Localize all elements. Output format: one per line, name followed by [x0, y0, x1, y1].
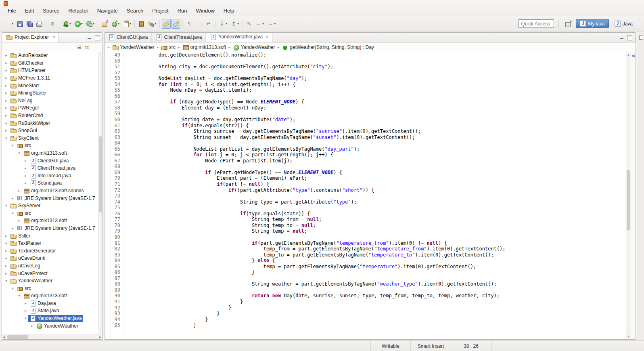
run-dropdown-arrow[interactable]: ▾ — [81, 22, 83, 25]
code-line[interactable]: if (nDay.getNodeType() == Node.ELEMENT_N… — [123, 99, 626, 105]
twistie-icon[interactable]: ▸ — [4, 99, 9, 103]
tree-item[interactable]: ▸uCaveDrunk — [2, 254, 98, 262]
code-line[interactable]: String city = doc.getDocumentElement().g… — [123, 64, 626, 70]
breadcrumb-arrow-icon[interactable]: ▸ — [227, 45, 232, 49]
code-line[interactable]: } — [123, 269, 626, 275]
twistie-icon[interactable]: ▸ — [23, 301, 28, 305]
perspective-myjava-button[interactable]: MyJava — [576, 19, 608, 28]
twistie-icon[interactable]: ▸ — [4, 271, 9, 275]
code-line[interactable]: if(part != null) { — [123, 181, 626, 187]
twistie-icon[interactable]: ▾ — [4, 279, 9, 283]
code-line[interactable]: NodeList partList = day.getElementsByTag… — [123, 146, 626, 152]
menu-item-edit[interactable]: Edit — [21, 6, 38, 15]
code-line[interactable] — [123, 287, 626, 293]
twistie-icon[interactable]: ▸ — [4, 91, 9, 95]
tree-item[interactable]: ▸Day.java — [2, 300, 98, 307]
save-button[interactable] — [15, 19, 24, 29]
word-wrap-button[interactable]: ↵ — [204, 19, 213, 29]
new-java-class-dropdown-arrow[interactable]: ▾ — [118, 22, 119, 25]
twistie-icon[interactable]: ▾ — [4, 204, 9, 208]
code-line[interactable]: Node nDay = dayList.item(i); — [123, 87, 626, 93]
tree-item[interactable]: ▸InfoThread.java — [2, 172, 98, 180]
minimize-editor-button[interactable] — [618, 34, 625, 41]
twistie-icon[interactable]: ▸ — [23, 166, 28, 170]
twistie-icon[interactable]: ▸ — [4, 121, 9, 125]
code-line[interactable]: String temp_to = null; — [123, 223, 626, 229]
maximize-editor-button[interactable] — [625, 34, 633, 41]
code-line[interactable]: doc.getDocumentElement().normalize(); — [123, 52, 626, 58]
code-line[interactable]: } — [123, 322, 626, 328]
tree-item[interactable]: ▸RouterCmd — [2, 112, 98, 120]
scroll-down-icon[interactable]: ▼ — [627, 334, 630, 338]
forward-dropdown-arrow[interactable]: ▾ — [274, 22, 276, 25]
tree-item[interactable]: ▸JRE System Library [JavaSE-1.7 — [2, 225, 98, 232]
tree-item[interactable]: ▸TextParser — [2, 240, 98, 247]
tree-item[interactable]: ▸YandexWeather — [2, 322, 98, 330]
twistie-icon[interactable]: ▸ — [23, 309, 28, 313]
twistie-icon[interactable]: ▸ — [4, 241, 9, 245]
new-java-class-button[interactable]: ▾ — [110, 19, 121, 29]
code-line[interactable]: } — [123, 305, 626, 311]
code-line[interactable] — [123, 275, 626, 282]
twistie-icon[interactable]: ▾ — [10, 286, 15, 290]
tree-item[interactable]: ▸TextureGenerator — [2, 247, 98, 254]
back-button[interactable]: ←▾ — [254, 19, 265, 29]
new-task-button[interactable]: ▾ — [121, 19, 132, 29]
code-line[interactable]: if (ePart.getNodeType() == Node.ELEMENT_… — [123, 170, 626, 176]
collapse-all-button[interactable]: ⊟ — [75, 44, 83, 51]
tree-item[interactable]: ▸MiningStarter — [2, 89, 98, 97]
tree-item[interactable]: ▸HTMLParser — [2, 67, 98, 74]
tree-item[interactable]: ▸GiftChecker — [2, 59, 98, 67]
menu-item-help[interactable]: Help — [219, 6, 239, 15]
twistie-icon[interactable]: ▸ — [23, 174, 28, 178]
editor-tab[interactable]: ClientThread.java — [152, 32, 206, 42]
close-view-icon[interactable]: × — [52, 35, 55, 40]
twistie-icon[interactable]: ▸ — [10, 226, 15, 230]
twistie-icon[interactable]: ▸ — [4, 106, 9, 110]
previous-annotation-button[interactable]: ↥▾ — [229, 19, 240, 29]
twistie-icon[interactable]: ▸ — [4, 53, 9, 57]
minimize-view-button[interactable] — [86, 34, 93, 41]
search-button[interactable]: ▾ — [146, 19, 157, 29]
twistie-icon[interactable]: ▸ — [23, 181, 28, 185]
breadcrumb-arrow-icon[interactable]: ▸ — [106, 45, 111, 49]
twistie-icon[interactable]: ▸ — [4, 249, 9, 253]
debug-button[interactable]: ▾ — [61, 19, 72, 29]
code-line[interactable]: String temp = null; — [123, 228, 626, 234]
tree-item[interactable]: ▸MineStart — [2, 82, 98, 89]
debug-dropdown-arrow[interactable]: ▾ — [69, 22, 71, 25]
twistie-icon[interactable]: ▾ — [4, 136, 9, 140]
code-line[interactable]: } — [123, 299, 626, 305]
forward-button[interactable]: →▾ — [266, 19, 277, 29]
menu-item-project[interactable]: Project — [148, 6, 173, 15]
code-line[interactable]: String weather = part.getElementsByTagNa… — [123, 281, 626, 287]
breadcrumb-item[interactable]: src — [160, 44, 176, 51]
twistie-icon[interactable]: ▾ — [17, 294, 22, 298]
run-external-button[interactable]: ▾ — [85, 19, 96, 29]
tab-close-icon[interactable]: × — [266, 35, 268, 39]
tree-item[interactable]: ▾org.mik1313.soft — [2, 292, 98, 300]
explorer-vertical-scrollbar[interactable] — [98, 52, 102, 334]
explorer-horizontal-scrollbar[interactable]: ◀ ▶ — [2, 334, 102, 339]
twistie-icon[interactable]: ▸ — [17, 189, 22, 193]
scroll-right-icon[interactable]: ▶ — [99, 335, 101, 339]
new-wizard-button[interactable]: ▾ — [4, 19, 15, 29]
code-line[interactable] — [123, 234, 626, 240]
tree-item[interactable]: ▸MCFree 1.3.11 — [2, 74, 98, 82]
tree-item[interactable]: ▸AutoReloader — [2, 52, 98, 59]
menu-item-window[interactable]: Window — [192, 6, 219, 15]
code-line[interactable]: } — [123, 317, 626, 323]
code-line[interactable]: Node ePart = partList.item(j); — [123, 158, 626, 164]
twistie-icon[interactable]: ▸ — [23, 159, 28, 163]
breadcrumb-item[interactable]: YandexWeather — [111, 44, 155, 51]
breadcrumb-arrow-icon[interactable]: ▸ — [276, 45, 281, 49]
tree-item[interactable]: ▾YandexWeather.java — [2, 315, 98, 322]
last-edit-location-button[interactable]: ✎ — [245, 19, 253, 29]
code-line[interactable] — [123, 70, 626, 76]
code-line[interactable]: for (int i = 0; i < dayList.getLength();… — [123, 82, 626, 88]
twistie-icon[interactable]: ▸ — [4, 84, 9, 88]
twistie-icon[interactable]: ▸ — [4, 113, 9, 118]
code-line[interactable]: if(type.equals(state)) { — [123, 211, 626, 217]
editor-tab[interactable]: ClientGUI.java — [105, 32, 152, 42]
code-line[interactable]: if(date.equals(str2)) { — [123, 123, 626, 129]
